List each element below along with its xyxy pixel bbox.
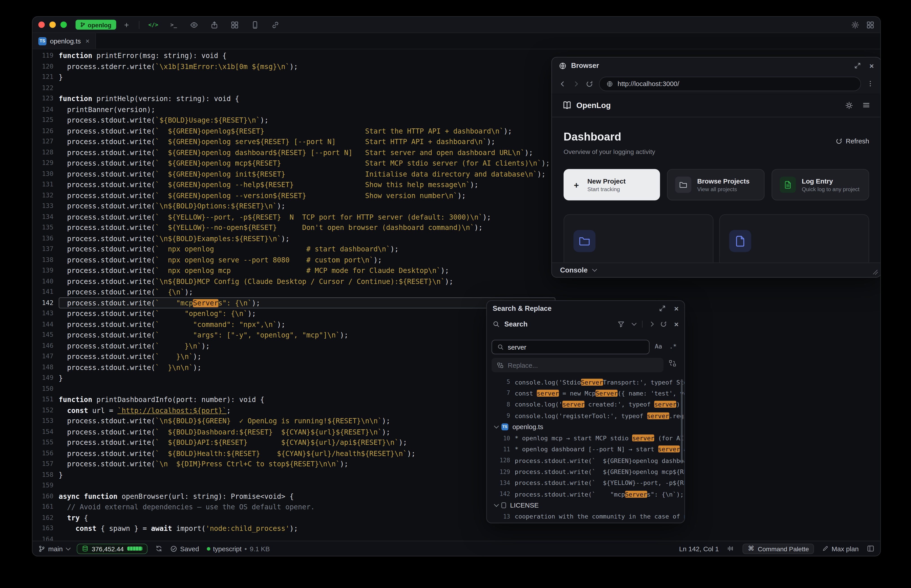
code-line-148[interactable]: 148 process.stdout.write(` }\n\n`); [32,362,880,373]
branch-selector[interactable]: main [38,545,69,552]
code-line-140[interactable]: 140 process.stdout.write(`\n${BOLD}MCP C… [32,276,880,287]
language-indicator[interactable]: typescript • 9.1 KB [207,545,270,552]
search-result-line-7[interactable]: 7const server = new McpServer({ name: 't… [487,388,684,399]
apps-grid-icon[interactable] [866,21,874,29]
console-toggle[interactable]: Console [552,262,881,277]
expand-panel-icon[interactable] [659,305,666,312]
code-line-156[interactable]: 156 process.stdout.write(` ${BOLD}Health… [32,448,880,459]
code-line-141[interactable]: 141 process.stdout.write(` {\n`); [32,287,880,297]
code-line-153[interactable]: 153 process.stdout.write(`\n${BOLD}${GRE… [32,416,880,426]
code-line-151[interactable]: 151function printDashboardInfo(port: num… [32,394,880,405]
code-line-149[interactable]: 149} [32,373,880,384]
usage-meter[interactable]: 376,452.44 [77,543,147,554]
search-result-line-5[interactable]: 5console.log('StdioServerTransport:', ty… [487,376,684,388]
cursor-position[interactable]: Ln 142, Col 1 [679,545,718,552]
search-input[interactable]: server [492,340,650,354]
command-palette-button[interactable]: ⌘ Command Palette [743,543,814,554]
audio-levels-icon[interactable] [727,545,735,552]
search-toolbar: Search × [487,316,684,332]
code-line-143[interactable]: 143 process.stdout.write(` "openlog": {\… [32,309,880,319]
browser-panel-header[interactable]: Browser × [552,58,881,74]
code-line-144[interactable]: 144 process.stdout.write(` "command": "n… [32,319,880,330]
new-project-card[interactable]: + New Project Start tracking [563,169,660,200]
search-result-line-9[interactable]: 9console.log('registerTool:', typeof ser… [487,410,684,421]
search-result-line-10[interactable]: 10* openlog mcp → start MCP stdio server… [487,433,684,444]
log-entry-card[interactable]: Log Entry Quick log to any project [772,169,869,200]
link-icon[interactable] [267,19,283,31]
code-line-147[interactable]: 147 process.stdout.write(` }\n`); [32,351,880,362]
resize-handle[interactable] [872,269,879,275]
refresh-search-icon[interactable] [660,321,667,328]
search-result-line-128[interactable]: 128process.stdout.write(` ${GREEN}openlo… [487,455,684,466]
code-line-142[interactable]: 142 process.stdout.write(` "mcpServers":… [32,297,880,309]
project-badge[interactable]: openlog [76,20,116,29]
browse-projects-card[interactable]: Browse Projects View all projects [667,169,764,200]
code-line-164[interactable]: 164 [32,534,880,541]
reload-icon[interactable] [586,80,593,87]
search-result-file-LICENSE[interactable]: LICENSE [487,500,684,511]
results-scrollbar[interactable] [681,379,683,464]
sync-icon[interactable] [155,545,163,552]
chevron-down-icon [592,267,597,272]
search-panel-header[interactable]: Search & Replace × [487,301,684,316]
search-result-line-129[interactable]: 129process.stdout.write(` ${GREEN}openlo… [487,466,684,477]
grid-view-icon[interactable] [227,19,243,31]
code-line-154[interactable]: 154 process.stdout.write(` ${BOLD}Dashbo… [32,426,880,438]
code-line-162[interactable]: 162 try { [32,512,880,523]
search-result-line-11[interactable]: 11* openlog dashboard [--port N] → start… [487,444,684,455]
expand-panel-icon[interactable] [854,62,861,69]
clear-search-icon[interactable]: × [674,320,679,328]
chevron-right-icon[interactable] [649,321,654,326]
device-preview-icon[interactable] [247,19,263,31]
settings-gear-icon[interactable] [851,21,859,29]
code-line-146[interactable]: 146 process.stdout.write(` }\n`); [32,341,880,351]
new-pane-button[interactable]: + [120,19,133,31]
projects-section-card[interactable] [563,214,714,262]
code-line-158[interactable]: 158} [32,470,880,480]
search-result-line-13[interactable]: 13cooperation with the community in the … [487,511,684,522]
close-panel-icon[interactable]: × [674,304,679,313]
code-line-157[interactable]: 157 process.stdout.write(`\n ${DIM}Press… [32,459,880,470]
code-line-155[interactable]: 155 process.stdout.write(` ${BOLD}API:${… [32,438,880,448]
zoom-window-button[interactable] [60,21,67,28]
terminal-icon[interactable]: >_ [165,19,182,31]
address-bar[interactable]: http://localhost:3000/ [599,76,861,91]
share-icon[interactable] [206,19,223,31]
code-line-161[interactable]: 161 // Avoid external dependencies — use… [32,502,880,512]
chevron-down-icon [494,502,499,507]
search-result-line-134[interactable]: 134process.stdout.write(` ${YELLOW}--por… [487,477,684,488]
tab-openlog-ts[interactable]: TS openlog.ts × [32,33,96,49]
layout-icon[interactable] [867,545,874,552]
refresh-button[interactable]: Refresh [835,137,869,145]
code-line-159[interactable]: 159 [32,480,880,491]
theme-toggle-icon[interactable] [845,101,853,109]
search-result-line-142[interactable]: 142process.stdout.write(` "mcpServers": … [487,488,684,500]
filter-icon[interactable] [618,321,625,328]
card-subtitle: Quick log to any project [802,186,859,192]
menu-icon[interactable] [862,101,870,109]
site-brand[interactable]: OpenLog [576,101,611,110]
back-icon[interactable] [559,80,566,87]
code-line-150[interactable]: 150 [32,384,880,394]
code-line-163[interactable]: 163 const { spawn } = await import('node… [32,523,880,534]
plan-indicator[interactable]: Max plan [822,545,859,552]
preview-eye-icon[interactable] [186,19,202,31]
replace-input[interactable]: Replace... [492,358,663,372]
kebab-menu-icon[interactable] [867,80,874,87]
regex-toggle[interactable]: .* [669,342,677,350]
forward-icon[interactable] [572,80,580,87]
code-line-145[interactable]: 145 process.stdout.write(` "args": ["-y"… [32,330,880,341]
match-case-toggle[interactable]: Aa [655,342,662,350]
code-line-160[interactable]: 160async function openBrowser(url: strin… [32,491,880,502]
close-panel-icon[interactable]: × [869,61,874,70]
code-view-icon[interactable]: </> [145,19,162,31]
close-window-button[interactable] [38,21,45,28]
close-tab-icon[interactable]: × [86,37,89,45]
search-result-line-8[interactable]: 8console.log('server created:', typeof s… [487,399,684,410]
search-result-file-openlog.ts[interactable]: TSopenlog.ts [487,421,684,433]
minimize-window-button[interactable] [49,21,56,28]
code-line-152[interactable]: 152 const url = `http://localhost:${port… [32,405,880,416]
logs-section-card[interactable] [719,214,869,262]
replace-all-icon[interactable] [669,359,676,367]
chevron-down-icon[interactable] [632,321,637,326]
